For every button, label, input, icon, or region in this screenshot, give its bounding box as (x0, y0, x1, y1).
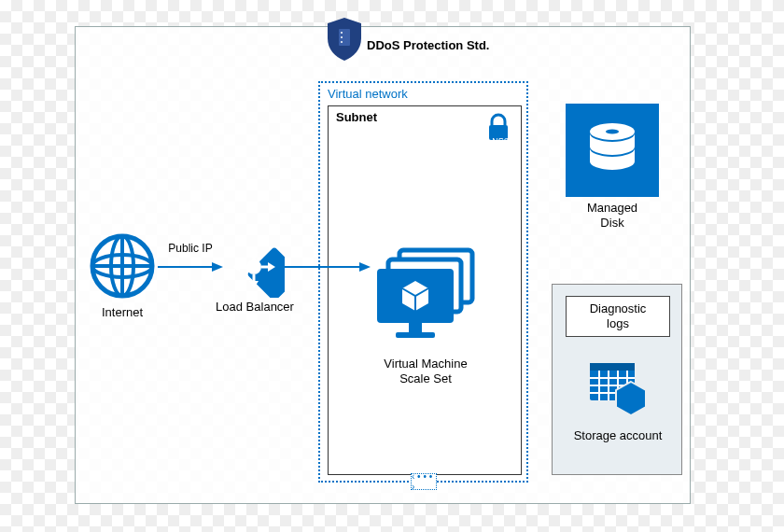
nsg-label: NSG (492, 136, 511, 146)
diag-logs-line2: logs (607, 316, 629, 330)
svg-rect-8 (409, 323, 422, 332)
public-ip-label: Public IP (161, 242, 219, 255)
diagnostic-logs-label: Diagnosticlogs (566, 296, 670, 337)
svg-point-3 (341, 41, 343, 43)
vmss-label-line1: Virtual Machine (384, 357, 467, 371)
virtual-network-label: Virtual network (328, 87, 408, 101)
vmss-label: Virtual Machine Scale Set (329, 357, 523, 385)
diagram-canvas: DDoS Protection Std. Virtual network Sub… (75, 26, 691, 504)
storage-icon (588, 357, 650, 419)
arrow-lb-to-vmss (285, 260, 371, 273)
vmss-icon (371, 246, 483, 349)
managed-disk-label-line2: Disk (600, 216, 623, 230)
svg-point-20 (246, 259, 261, 274)
diagnostics-box: Diagnosticlogs Storage account (552, 284, 682, 475)
svg-marker-23 (232, 262, 240, 272)
managed-disk-label: Managed Disk (566, 201, 659, 230)
load-balancer-icon (223, 236, 285, 298)
move-handle[interactable]: ‹ • • • › (411, 473, 437, 490)
svg-point-38 (606, 129, 619, 133)
svg-rect-0 (339, 29, 350, 46)
subnet-label: Subnet (336, 110, 377, 124)
virtual-network-box: Virtual network Subnet NSG (318, 81, 528, 483)
svg-marker-18 (212, 262, 223, 272)
svg-rect-9 (396, 332, 435, 338)
svg-marker-30 (359, 262, 371, 272)
svg-rect-40 (590, 363, 635, 371)
arrow-internet-to-lb (158, 260, 223, 273)
subnet-box: Subnet NSG (328, 105, 522, 475)
svg-point-1 (341, 32, 343, 34)
shield-icon (324, 16, 365, 63)
svg-marker-21 (249, 245, 259, 253)
globe-icon (87, 231, 158, 301)
svg-point-2 (341, 36, 343, 38)
managed-disk-tile (566, 104, 659, 197)
load-balancer-label: Load Balancer (208, 300, 301, 314)
ddos-label: DDoS Protection Std. (367, 38, 516, 52)
storage-account-label: Storage account (553, 428, 683, 442)
vmss-label-line2: Scale Set (399, 371, 452, 385)
managed-disk-label-line1: Managed (587, 201, 637, 215)
diag-logs-line1: Diagnostic (590, 301, 647, 315)
internet-label: Internet (87, 305, 158, 319)
disk-icon (585, 120, 639, 180)
svg-marker-48 (616, 382, 646, 415)
